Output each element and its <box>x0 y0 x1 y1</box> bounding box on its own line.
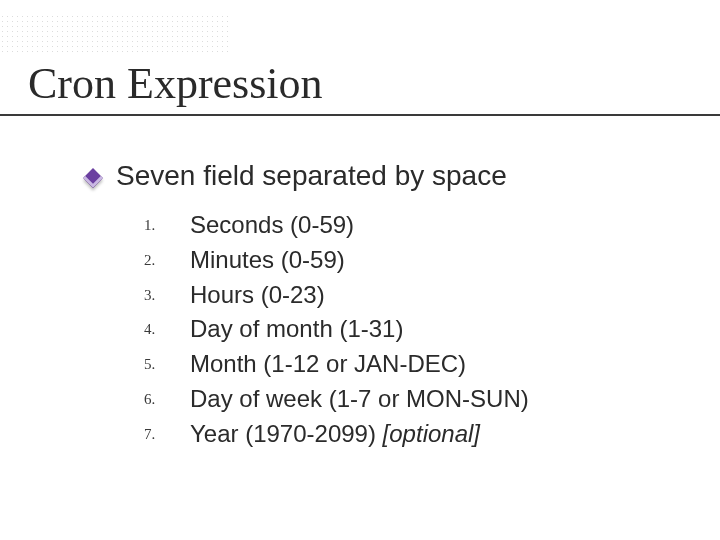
list-item: Seconds (0-59) <box>144 208 680 243</box>
field-text: Seconds (0-59) <box>190 211 354 238</box>
field-optional-suffix: [optional] <box>383 420 480 447</box>
title-rule <box>0 114 720 116</box>
field-text: Day of week (1-7 or MON-SUN) <box>190 385 529 412</box>
decorative-dots <box>0 14 228 52</box>
lead-row: Seven field separated by space <box>80 160 680 192</box>
list-item: Year (1970-2099) [optional] <box>144 417 680 452</box>
list-item: Day of week (1-7 or MON-SUN) <box>144 382 680 417</box>
field-text: Hours (0-23) <box>190 281 325 308</box>
field-text: Month (1-12 or JAN-DEC) <box>190 350 466 377</box>
field-text: Day of month (1-31) <box>190 315 403 342</box>
diamond-bullet-icon <box>83 168 103 188</box>
slide-body: Seven field separated by space Seconds (… <box>80 160 680 452</box>
list-item: Minutes (0-59) <box>144 243 680 278</box>
list-item: Day of month (1-31) <box>144 312 680 347</box>
slide-title: Cron Expression <box>28 60 720 108</box>
slide: Cron Expression Seven field separated by… <box>0 0 720 540</box>
fields-list: Seconds (0-59) Minutes (0-59) Hours (0-2… <box>144 208 680 452</box>
title-block: Cron Expression <box>0 60 720 116</box>
field-text: Year (1970-2099) <box>190 420 383 447</box>
lead-text: Seven field separated by space <box>116 160 507 192</box>
field-text: Minutes (0-59) <box>190 246 345 273</box>
list-item: Hours (0-23) <box>144 278 680 313</box>
list-item: Month (1-12 or JAN-DEC) <box>144 347 680 382</box>
